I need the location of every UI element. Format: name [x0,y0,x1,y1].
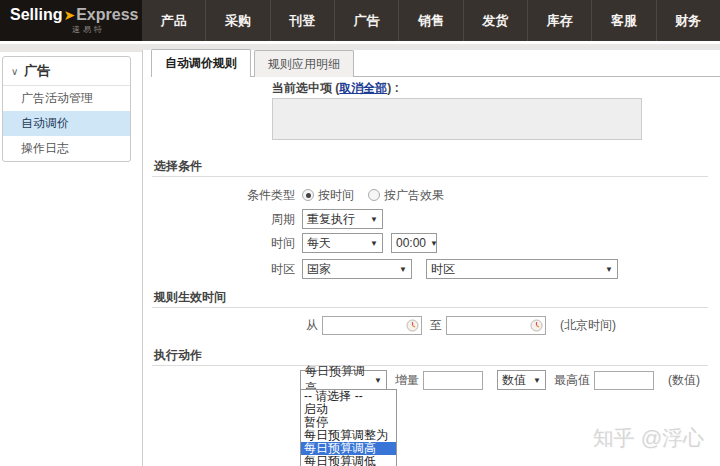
app-window: Selling ➤ Express 速易特 产品 采购 刊登 广告 销售 发货 … [0,0,720,466]
max-value-input[interactable] [594,371,654,390]
country-select[interactable]: 国家 ▼ [302,259,412,279]
caret-down-icon: ▼ [533,376,541,385]
nav-item[interactable]: 销售 [398,0,462,41]
logo-subtitle: 速易特 [72,24,142,35]
selected-items-box [272,98,642,140]
watermark: 知乎 @浮心 [593,424,704,452]
nav-item[interactable]: 库存 [527,0,591,41]
clock-icon[interactable] [406,319,419,332]
section-divider [152,365,708,366]
beijing-time-note: (北京时间) [560,317,616,334]
caret-down-icon: ▼ [374,376,382,385]
time-clock-select[interactable]: 00:00 ▼ [391,233,437,253]
nav-item[interactable]: 财务 [656,0,720,41]
unit-select[interactable]: 数值 ▼ [497,370,546,390]
section-title-conditions: 选择条件 [154,158,202,175]
clock-icon[interactable] [530,319,543,332]
tab[interactable]: 自动调价规则 [151,49,251,77]
to-date-input[interactable] [446,316,546,335]
radio-icon[interactable] [368,189,380,201]
sidebar-items: 广告活动管理 自动调价 操作日志 [3,86,130,161]
numeric-note: (数值) [668,372,700,389]
increment-label: 增量 [395,372,419,389]
zone-select[interactable]: 时区 ▼ [426,259,618,279]
nav-item[interactable]: 产品 [142,0,205,41]
sidebar-header[interactable]: ∨ 广告 [3,57,130,86]
section-title-effective-time: 规则生效时间 [154,289,226,306]
radio-icon[interactable] [302,189,314,201]
max-value-label: 最高值 [554,372,590,389]
cycle-label: 周期 [143,211,302,228]
nav-item[interactable]: 客服 [591,0,655,41]
logo: Selling ➤ Express 速易特 [0,0,142,41]
main-panel: 自动调价规则 规则应用明细 当前选中项 (取消全部) : 选择条件 条件类型 按… [142,50,720,466]
sidebar-header-label: 广告 [24,62,50,80]
dropdown-option[interactable]: 启动 [301,403,396,416]
to-label: 至 [430,317,442,334]
caret-down-icon: ▼ [370,239,378,248]
radio-option[interactable]: 按时间 [302,187,354,204]
dropdown-option[interactable]: 暂停 [301,416,396,429]
time-frequency-select[interactable]: 每天 ▼ [302,233,383,253]
caret-down-icon: ▼ [399,265,407,274]
cycle-select[interactable]: 重复执行 ▼ [302,209,383,229]
nav-item[interactable]: 广告 [334,0,398,41]
caret-down-icon: ▼ [370,215,378,224]
action-type-select[interactable]: 每日预算调高 ▼ [300,370,387,390]
dropdown-option[interactable]: 每日预算调低 [301,455,396,466]
arrow-icon: ➤ [63,7,75,23]
nav-item[interactable]: 刊登 [270,0,334,41]
from-label: 从 [306,317,318,334]
section-divider [152,176,708,177]
chevron-down-icon: ∨ [11,66,18,77]
radio-label: 按时间 [318,187,354,204]
condition-type-radios: 按时间 按广告效果 [302,187,458,204]
timezone-label: 时区 [143,261,302,278]
from-date-input[interactable] [322,316,422,335]
nav-item[interactable]: 采购 [205,0,269,41]
radio-option[interactable]: 按广告效果 [368,187,444,204]
dropdown-option[interactable]: -- 请选择 -- [301,390,396,403]
tab[interactable]: 规则应用明细 [254,50,354,77]
current-selection-label: 当前选中项 (取消全部) : [272,80,399,97]
sidebar-item[interactable]: 广告活动管理 [3,86,130,111]
increment-input[interactable] [423,371,483,390]
sidebar-item[interactable]: 自动调价 [3,111,130,136]
dropdown-option[interactable]: 每日预算调高 [301,442,396,455]
condition-type-label: 条件类型 [143,187,302,204]
sidebar: ∨ 广告 广告活动管理 自动调价 操作日志 [2,56,131,162]
clear-all-link[interactable]: 取消全部 [339,81,387,95]
sidebar-item[interactable]: 操作日志 [3,136,130,161]
time-label: 时间 [143,235,302,252]
logo-text-express: Express [76,7,138,23]
caret-down-icon: ▼ [605,265,613,274]
main-nav: 产品 采购 刊登 广告 销售 发货 库存 客服 财务 [142,0,720,41]
action-dropdown-list: -- 请选择 -- 启动 暂停 每日预算调整为 每日预算调高 每日预算调低 [300,389,397,466]
radio-label: 按广告效果 [384,187,444,204]
section-title-action: 执行动作 [154,347,202,364]
section-divider [152,307,708,308]
logo-text-selling: Selling [10,7,62,23]
tab-bar: 自动调价规则 规则应用明细 [151,52,720,77]
nav-item[interactable]: 发货 [463,0,527,41]
caret-down-icon: ▼ [430,239,438,248]
dropdown-option[interactable]: 每日预算调整为 [301,429,396,442]
top-bar: Selling ➤ Express 速易特 产品 采购 刊登 广告 销售 发货 … [0,0,720,41]
